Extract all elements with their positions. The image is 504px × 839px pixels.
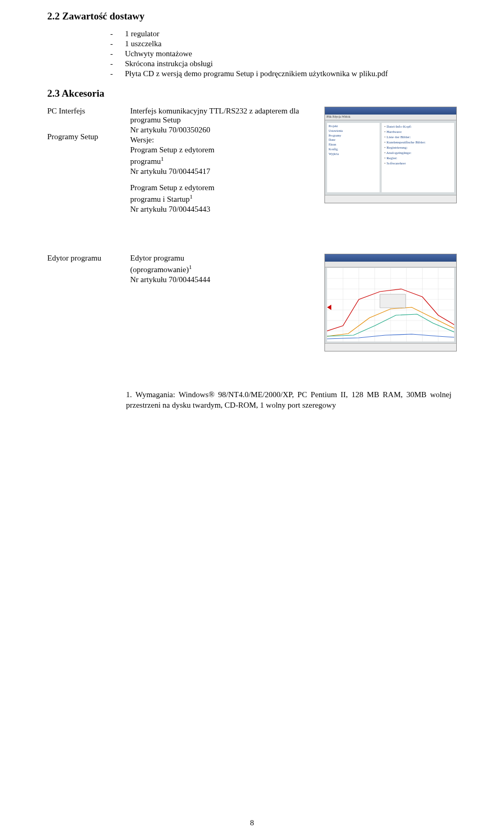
setup-programs-desc-2: Program Setup z edytorem programu i Star… [130, 183, 316, 214]
delivery-list: -1 regulator -1 uszczelka -Uchwyty monta… [110, 29, 457, 78]
text-line: Nr artykułu 70/00445443 [130, 205, 316, 214]
list-row: Registrierung: [384, 146, 452, 150]
list-item: -Uchwyty montażowe [110, 49, 457, 58]
list-row: Regler: [384, 156, 452, 160]
list-item-label: Skrócona instrukcja obsługi [125, 59, 213, 68]
accessories-grid: PC Interfejs Programy Setup Interfejs ko… [47, 107, 457, 221]
text-line: programu i Startup1 [130, 193, 316, 204]
setup-program-screenshot: Plik Edycja Widok Projekt Ustawienia Pro… [324, 107, 457, 203]
tree-item: Wyjścia [329, 152, 378, 157]
section-heading-accessories: 2.3 Akcesoria [47, 88, 457, 99]
text-fragment: (oprogramowanie) [130, 265, 189, 274]
editor-grid: Edytor programu Edytor programu (oprogra… [47, 254, 457, 351]
text-line: Nr artykułu 70/00350260 [130, 126, 316, 134]
text-line: (oprogramowanie)1 [130, 264, 316, 274]
label-pc-interface: PC Interfejs [47, 107, 126, 116]
list-row: Analogeingänge: [384, 151, 452, 155]
list-row: Softwarehrer [384, 161, 452, 165]
list-item: -1 uszczelka [110, 39, 457, 48]
text-line: Program Setup z edytorem [130, 146, 316, 154]
list-row: Hardware: [384, 130, 452, 134]
footnote-text: 1. Wymagania: Windows® 98/NT4.0/ME/2000/… [126, 389, 452, 411]
svg-rect-13 [380, 294, 405, 308]
text-line: Edytor programu [130, 254, 316, 263]
list-row: Kundenspezifische Bilder: [384, 140, 452, 144]
editor-desc: Edytor programu (oprogramowanie)1 Nr art… [130, 254, 316, 285]
list-item-label: 1 regulator [125, 29, 159, 38]
tree-item: Konfig. [329, 148, 378, 152]
list-item: -1 regulator [110, 29, 457, 38]
dash-icon: - [110, 49, 117, 58]
list-item-label: Uchwyty montażowe [125, 49, 192, 58]
text-line: Wersje: [130, 136, 316, 144]
list-row: Datei-Info-Kopf: [384, 125, 452, 129]
text-line: Interfejs komunikacyjny TTL/RS232 z adap… [130, 107, 316, 125]
window-statusbar [325, 195, 456, 203]
tree-item: Ustawienia [329, 129, 378, 133]
footnote-ref: 1 [161, 156, 164, 162]
tree-item: Ekran [329, 143, 378, 147]
list-panel: Datei-Info-Kopf: Hardware: Liste der Bil… [382, 123, 454, 192]
section-heading-delivery: 2.2 Zawartość dostawy [47, 11, 457, 22]
text-fragment: programu [130, 157, 161, 165]
list-item-label: 1 uszczelka [125, 39, 162, 48]
text-fragment: programu i Startup [130, 195, 190, 203]
text-line: Program Setup z edytorem [130, 183, 316, 192]
row-labels: PC Interfejs Programy Setup [47, 107, 126, 141]
dash-icon: - [110, 39, 117, 48]
tree-panel: Projekt Ustawienia Programy Dane Ekran K… [327, 123, 380, 192]
text-line: Nr artykułu 70/00445444 [130, 275, 316, 284]
window-menubar: Plik Edycja Widok [325, 115, 456, 120]
footnote-ref: 1 [189, 264, 192, 270]
tree-item: Projekt [329, 125, 378, 129]
text-line: programu1 [130, 156, 316, 166]
text-line: Nr artykułu 70/00445417 [130, 167, 316, 176]
dash-icon: - [110, 69, 117, 78]
footnote-ref: 1 [190, 193, 193, 200]
row-descriptions: Interfejs komunikacyjny TTL/RS232 z adap… [130, 107, 316, 221]
screenshot1-container: Plik Edycja Widok Projekt Ustawienia Pro… [320, 107, 457, 203]
window-menubar [325, 262, 456, 267]
list-row: Liste der Bilder: [384, 135, 452, 139]
page-number: 8 [0, 819, 504, 827]
label-setup-programs: Programy Setup [47, 132, 126, 141]
dash-icon: - [110, 59, 117, 68]
editor-program-screenshot [324, 254, 457, 351]
screenshot2-container [320, 254, 457, 351]
list-item: -Płyta CD z wersją demo programu Setup i… [110, 69, 457, 78]
window-titlebar [325, 107, 456, 115]
pc-interface-desc: Interfejs komunikacyjny TTL/RS232 z adap… [130, 107, 316, 134]
list-item: -Skrócona instrukcja obsługi [110, 59, 457, 68]
list-item-label: Płyta CD z wersją demo programu Setup i … [125, 69, 388, 78]
tree-item: Programy [329, 134, 378, 138]
svg-marker-14 [327, 305, 331, 310]
window-titlebar [325, 254, 456, 262]
tree-item: Dane [329, 138, 378, 142]
window-statusbar [325, 343, 456, 351]
chart-area [327, 268, 454, 341]
label-editor: Edytor programu [47, 254, 126, 263]
setup-programs-desc: Wersje: Program Setup z edytorem program… [130, 136, 316, 176]
dash-icon: - [110, 29, 117, 38]
